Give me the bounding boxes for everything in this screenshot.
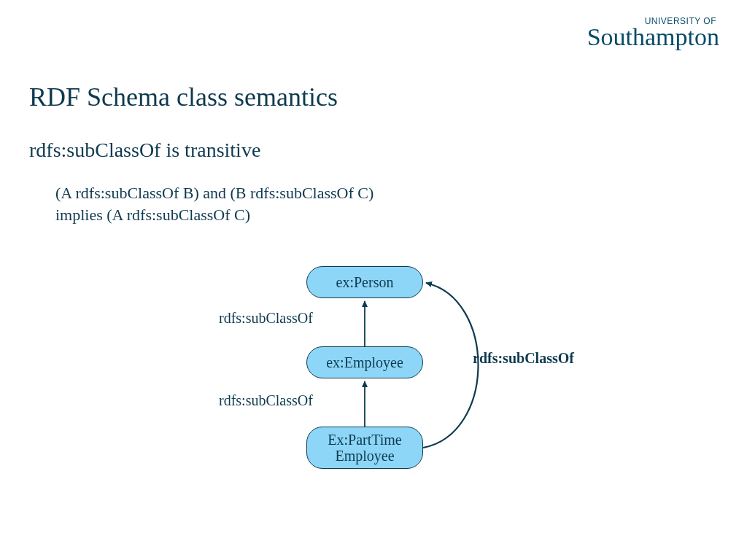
edge-label-employee-person: rdfs:subClassOf — [219, 310, 313, 327]
edge-label-parttime-employee: rdfs:subClassOf — [219, 392, 313, 409]
university-logo: UNIVERSITY OF Southampton — [587, 16, 719, 50]
node-person: ex:Person — [306, 266, 423, 298]
node-parttime: Ex:PartTimeEmployee — [306, 427, 423, 469]
slide-subtitle: rdfs:subClassOf is transitive — [29, 139, 260, 162]
node-employee: ex:Employee — [306, 346, 423, 378]
slide-title: RDF Schema class semantics — [29, 82, 338, 112]
logo-line2: Southampton — [587, 23, 719, 50]
body-text-line2: implies (A rdfs:subClassOf C) — [55, 206, 250, 225]
arrow-transitive-curve — [423, 283, 479, 448]
edge-label-transitive-curve: rdfs:subClassOf — [473, 350, 574, 367]
body-text-line1: (A rdfs:subClassOf B) and (B rdfs:subCla… — [55, 184, 374, 203]
